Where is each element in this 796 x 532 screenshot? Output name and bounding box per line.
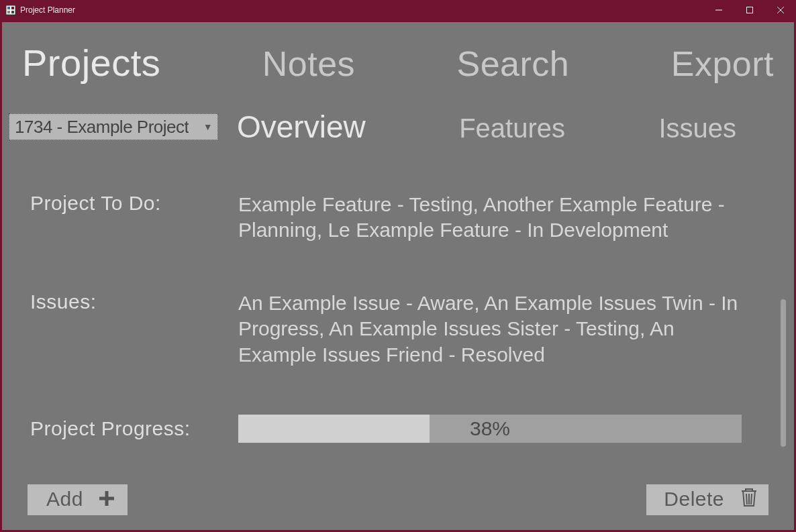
- trash-icon: [739, 486, 759, 513]
- svg-rect-2: [11, 7, 14, 9]
- row-issues: Issues: An Example Issue - Aware, An Exa…: [30, 290, 762, 368]
- project-select-value: 1734 - Example Project: [15, 117, 189, 138]
- svg-rect-6: [747, 7, 753, 13]
- nav-notes[interactable]: Notes: [262, 44, 355, 84]
- delete-button-label: Delete: [664, 488, 724, 511]
- row-todo: Project To Do: Example Feature - Testing…: [30, 192, 762, 244]
- sub-nav: Overview Features Issues: [237, 109, 774, 145]
- tab-issues[interactable]: Issues: [658, 113, 736, 144]
- progress-label: Project Progress:: [30, 417, 225, 440]
- todo-label: Project To Do:: [30, 192, 225, 215]
- scrollbar-thumb[interactable]: [781, 299, 786, 447]
- add-button-label: Add: [46, 488, 83, 511]
- maximize-button[interactable]: [734, 0, 765, 20]
- progress-bar: 38%: [238, 415, 742, 443]
- svg-rect-4: [11, 11, 14, 13]
- title-bar: Project Planner: [0, 0, 796, 20]
- project-select[interactable]: 1734 - Example Project ▼: [9, 113, 218, 140]
- main-nav: Projects Notes Search Export: [2, 22, 794, 91]
- svg-line-11: [746, 494, 747, 504]
- app-icon: [5, 5, 16, 15]
- issues-label: Issues:: [30, 290, 225, 313]
- add-button[interactable]: Add: [28, 484, 128, 515]
- delete-button[interactable]: Delete: [646, 484, 768, 515]
- tab-features[interactable]: Features: [459, 113, 565, 144]
- window-title: Project Planner: [20, 5, 75, 15]
- svg-rect-3: [7, 11, 10, 13]
- close-button[interactable]: [765, 0, 796, 20]
- nav-export[interactable]: Export: [671, 44, 774, 84]
- row-progress: Project Progress: 38%: [30, 415, 762, 443]
- chevron-down-icon: ▼: [203, 121, 212, 132]
- progress-text: 38%: [238, 415, 742, 443]
- nav-projects[interactable]: Projects: [22, 41, 160, 85]
- nav-search[interactable]: Search: [457, 44, 570, 84]
- svg-line-13: [751, 494, 752, 504]
- tab-overview[interactable]: Overview: [237, 109, 366, 145]
- issues-value: An Example Issue - Aware, An Example Iss…: [238, 290, 762, 368]
- minimize-button[interactable]: [703, 0, 734, 20]
- todo-value: Example Feature - Testing, Another Examp…: [238, 192, 762, 244]
- svg-rect-1: [7, 7, 10, 9]
- scrollbar[interactable]: [781, 299, 787, 447]
- plus-icon: [98, 490, 115, 507]
